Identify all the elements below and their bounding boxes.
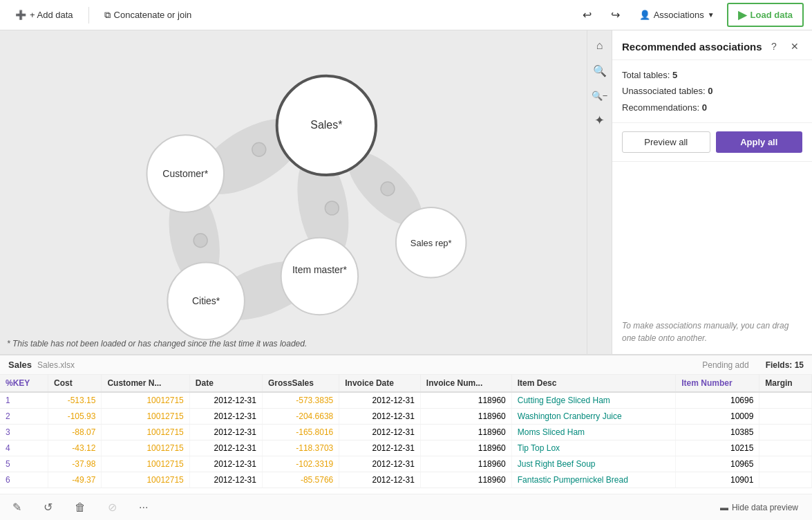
- delete-icon-button[interactable]: 🗑: [70, 499, 90, 516]
- unassociated-label: Unassociated tables:: [622, 86, 706, 96]
- row-key-link[interactable]: 5: [6, 459, 10, 469]
- table-cell: [759, 456, 812, 472]
- table-cell: -102.3319: [262, 456, 339, 472]
- undo-button[interactable]: ↩: [576, 4, 598, 26]
- home-icon-button[interactable]: ⌂: [590, 36, 610, 55]
- preview-table: %KEY Cost Customer N... Date GrossSales …: [0, 375, 812, 488]
- close-icon-button[interactable]: ✕: [787, 39, 802, 54]
- associations-button[interactable]: 👤 Associations ▼: [632, 6, 721, 24]
- table-row: 6-49.37100127152012-12-31-85.57662012-12…: [0, 472, 812, 488]
- table-cell: 10012715: [102, 409, 189, 425]
- edit-icon-button[interactable]: ✎: [8, 499, 26, 516]
- table-cell: 2012-12-31: [189, 425, 262, 440]
- row-key-link[interactable]: 3: [6, 427, 10, 437]
- main-area: Sales* Customer* Item master* Sales rep*…: [0, 30, 812, 520]
- table-cell: 10009: [676, 409, 759, 425]
- table-cell: 6: [0, 472, 48, 488]
- col-key[interactable]: %KEY: [0, 375, 48, 392]
- col-item-number[interactable]: Item Number: [676, 375, 759, 392]
- total-tables-label: Total tables:: [622, 70, 670, 80]
- filter-icon-button: ⊘: [104, 499, 121, 516]
- panel-header: Recommended associations ? ✕: [612, 30, 812, 60]
- row-key-link[interactable]: 2: [6, 411, 10, 421]
- zoom-in-button[interactable]: 🔍: [590, 61, 610, 80]
- redo-button[interactable]: ↪: [604, 4, 627, 26]
- table-cell: -165.8016: [262, 425, 339, 440]
- more-icon-button[interactable]: ···: [135, 499, 152, 516]
- table-cell: [759, 409, 812, 425]
- col-invoice-date[interactable]: Invoice Date: [339, 375, 421, 392]
- table-cell: 2012-12-31: [189, 456, 262, 472]
- table-cell: 2012-12-31: [339, 392, 421, 409]
- table-cell: Just Right Beef Soup: [511, 456, 675, 472]
- table-cell: [759, 425, 812, 440]
- table-row: 4-43.12100127152012-12-31-118.37032012-1…: [0, 440, 812, 456]
- preview-table-wrap[interactable]: %KEY Cost Customer N... Date GrossSales …: [0, 375, 812, 494]
- play-circle-icon: ▶: [738, 8, 746, 21]
- table-cell: 118960: [420, 440, 511, 456]
- table-cell: [759, 392, 812, 409]
- concatenate-button[interactable]: ⧉ Concatenate or join: [97, 6, 199, 25]
- associations-label: Associations: [654, 10, 704, 20]
- load-data-button[interactable]: ▶ Load data: [727, 3, 804, 27]
- table-row: 3-88.07100127152012-12-31-165.80162012-1…: [0, 425, 812, 440]
- table-cell: Cutting Edge Sliced Ham: [511, 392, 675, 409]
- col-item-desc[interactable]: Item Desc: [511, 375, 675, 392]
- canvas-sidebar: ⌂ 🔍 🔍− ✦: [587, 30, 612, 354]
- col-gross-sales[interactable]: GrossSales: [262, 375, 339, 392]
- table-cell: -85.5766: [262, 472, 339, 488]
- col-cost[interactable]: Cost: [48, 375, 102, 392]
- table-cell: 1: [0, 392, 48, 409]
- preview-fields: Fields: 15: [766, 360, 804, 370]
- preview-table-name: Sales: [8, 360, 32, 370]
- row-key-link[interactable]: 1: [6, 396, 10, 405]
- zoom-out-button[interactable]: 🔍−: [590, 86, 610, 105]
- table-row: 5-37.98100127152012-12-31-102.33192012-1…: [0, 456, 812, 472]
- table-cell: -88.07: [48, 425, 102, 440]
- table-cell: 10215: [676, 440, 759, 456]
- toolbar-right: ↩ ↪ 👤 Associations ▼ ▶ Load data: [576, 3, 804, 27]
- panel-header-icons: ? ✕: [766, 39, 802, 54]
- apply-all-button[interactable]: Apply all: [716, 131, 803, 153]
- table-cell: 10012715: [102, 456, 189, 472]
- panel-hint: To make associations manually, you can d…: [622, 319, 802, 344]
- row-key-link[interactable]: 4: [6, 443, 10, 453]
- table-cell: [759, 472, 812, 488]
- preview-all-button[interactable]: Preview all: [622, 131, 710, 153]
- canvas-footer-note: * This table has not been loaded or has …: [7, 339, 307, 349]
- help-icon-button[interactable]: ?: [766, 39, 782, 54]
- canvas-area[interactable]: Sales* Customer* Item master* Sales rep*…: [0, 30, 612, 354]
- table-cell: 4: [0, 440, 48, 456]
- table-cell: 10012715: [102, 425, 189, 440]
- col-date[interactable]: Date: [189, 375, 262, 392]
- concatenate-label: Concatenate or join: [114, 10, 192, 20]
- hide-icon: ▬: [720, 503, 728, 512]
- total-tables-value: 5: [672, 70, 677, 80]
- concat-icon: ⧉: [104, 10, 111, 21]
- table-cell: 10385: [676, 425, 759, 440]
- table-cell: 10696: [676, 392, 759, 409]
- table-cell: 2012-12-31: [189, 409, 262, 425]
- recommendations-label: Recommendations:: [622, 102, 699, 113]
- col-customer[interactable]: Customer N...: [102, 375, 189, 392]
- add-data-button[interactable]: ➕ + Add data: [8, 6, 80, 24]
- table-cell: -204.6638: [262, 409, 339, 425]
- svg-point-8: [193, 234, 207, 248]
- magic-button[interactable]: ✦: [590, 111, 610, 130]
- table-cell: 118960: [420, 392, 511, 409]
- panel-actions: Preview all Apply all: [612, 123, 812, 162]
- preview-header: Sales Sales.xlsx Pending add Fields: 15: [0, 355, 812, 375]
- refresh-icon-button[interactable]: ↺: [39, 499, 57, 516]
- main-toolbar: ➕ + Add data ⧉ Concatenate or join ↩ ↪ 👤…: [0, 0, 812, 30]
- col-invoice-num[interactable]: Invoice Num...: [420, 375, 511, 392]
- table-cell: 10012715: [102, 392, 189, 409]
- row-key-link[interactable]: 6: [6, 475, 10, 485]
- table-cell: 2012-12-31: [189, 392, 262, 409]
- hide-preview-label: Hide data preview: [732, 503, 798, 512]
- hide-preview-button[interactable]: ▬ Hide data preview: [715, 501, 804, 514]
- canvas-panel-row: Sales* Customer* Item master* Sales rep*…: [0, 30, 812, 354]
- col-margin[interactable]: Margin: [759, 375, 812, 392]
- table-cell: Moms Sliced Ham: [511, 425, 675, 440]
- table-cell: Washington Cranberry Juice: [511, 409, 675, 425]
- table-cell: 10012715: [102, 472, 189, 488]
